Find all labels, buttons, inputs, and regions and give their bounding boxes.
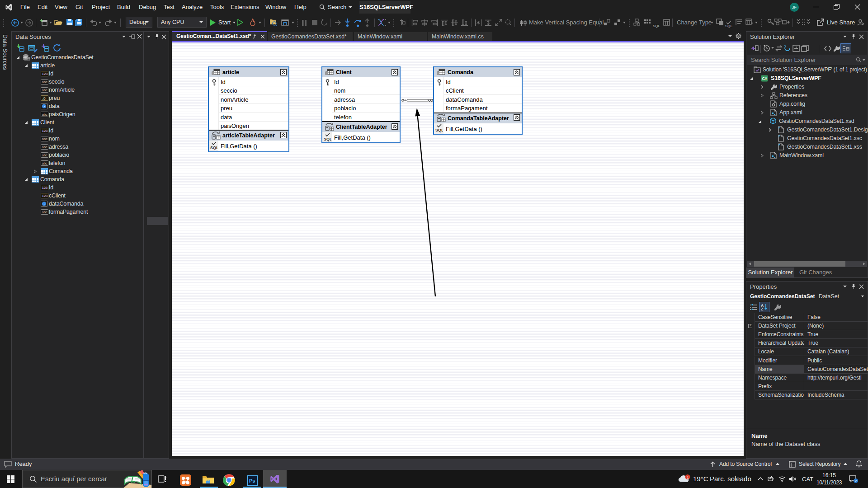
svg-text:abc: abc	[42, 88, 47, 92]
svg-text:.0: .0	[42, 96, 46, 101]
svg-text:abc: abc	[42, 153, 47, 157]
svg-text:abc: abc	[42, 80, 47, 84]
svg-text:SQL: SQL	[435, 128, 443, 132]
svg-text:123: 123	[42, 72, 48, 76]
svg-text:1: 1	[687, 475, 689, 479]
svg-text:2: 2	[855, 479, 857, 483]
svg-text:SQL: SQL	[324, 137, 331, 141]
svg-text:Ps: Ps	[249, 478, 255, 483]
svg-text:SQL: SQL	[210, 145, 218, 150]
svg-text:C#: C#	[762, 76, 767, 81]
svg-text:abc: abc	[42, 145, 47, 149]
svg-text:abc: abc	[42, 210, 47, 214]
svg-text:abc: abc	[42, 113, 47, 117]
svg-text:123: 123	[42, 186, 48, 190]
svg-text:Z: Z	[761, 307, 763, 311]
svg-text:123: 123	[42, 194, 48, 198]
svg-text:123: 123	[42, 129, 48, 133]
svg-text:abc: abc	[42, 161, 47, 165]
svg-text:abc: abc	[42, 137, 47, 141]
